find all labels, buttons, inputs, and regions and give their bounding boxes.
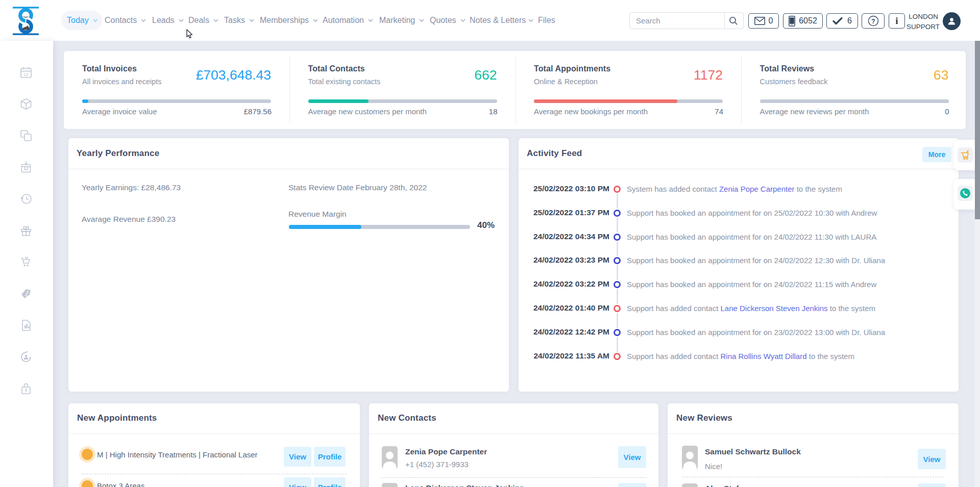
svg-text:?: ? — [871, 18, 875, 25]
svg-text:12: 12 — [23, 72, 29, 77]
